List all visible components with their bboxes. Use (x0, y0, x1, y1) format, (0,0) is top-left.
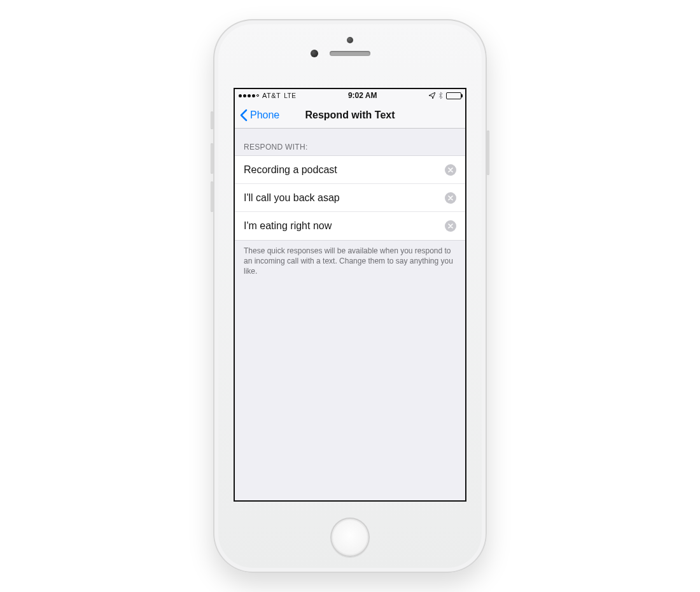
carrier-label: AT&T (262, 92, 281, 99)
status-bar: AT&T LTE 9:02 AM (235, 89, 465, 102)
home-button[interactable] (330, 518, 370, 557)
battery-icon (446, 92, 461, 99)
close-icon (448, 167, 453, 173)
device-screen: AT&T LTE 9:02 AM Phone (234, 88, 466, 502)
response-input[interactable] (244, 220, 438, 232)
response-row[interactable] (235, 184, 465, 212)
response-row[interactable] (235, 212, 465, 240)
volume-down-button (211, 181, 213, 212)
clear-button[interactable] (445, 220, 456, 232)
proximity-sensor (347, 37, 353, 43)
settings-content[interactable]: RESPOND WITH: (235, 129, 465, 500)
volume-up-button (211, 143, 213, 174)
section-footer: These quick responses will be available … (235, 241, 465, 282)
section-header: RESPOND WITH: (235, 129, 465, 155)
clear-button[interactable] (445, 164, 456, 176)
back-button[interactable]: Phone (240, 109, 279, 122)
clock-label: 9:02 AM (348, 91, 377, 100)
responses-group (235, 155, 465, 241)
network-type-label: LTE (284, 92, 296, 99)
location-icon (429, 92, 435, 99)
mute-switch (211, 111, 213, 129)
response-row[interactable] (235, 156, 465, 184)
earpiece-speaker (330, 51, 370, 56)
power-button (487, 130, 489, 175)
response-input[interactable] (244, 192, 438, 204)
chevron-left-icon (240, 109, 248, 122)
back-label: Phone (250, 109, 279, 121)
bluetooth-icon (438, 92, 443, 99)
close-icon (448, 195, 453, 201)
signal-strength-icon (239, 94, 259, 97)
close-icon (448, 223, 453, 229)
navigation-bar: Phone Respond with Text (235, 102, 465, 129)
top-sensor-cluster (213, 37, 487, 88)
iphone-device-frame: AT&T LTE 9:02 AM Phone (213, 19, 487, 573)
response-input[interactable] (244, 164, 438, 176)
clear-button[interactable] (445, 192, 456, 204)
front-camera (311, 50, 318, 57)
